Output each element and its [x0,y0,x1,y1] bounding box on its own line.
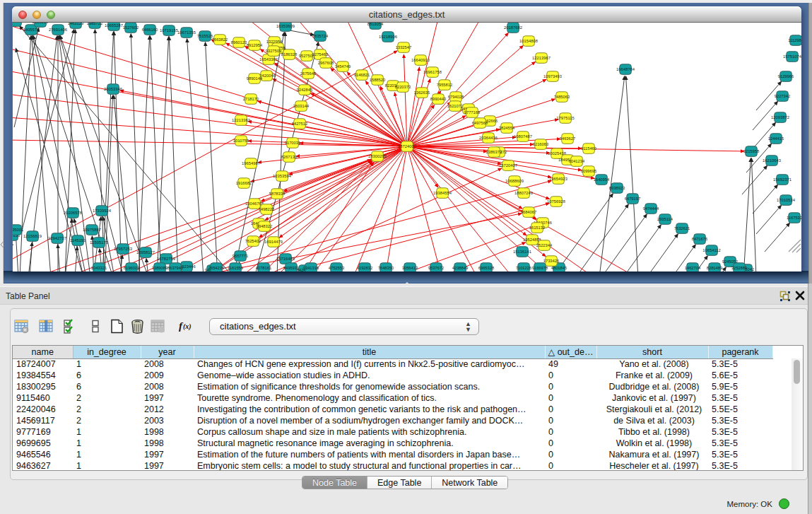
svg-text:1167533: 1167533 [787,216,801,220]
svg-text:3824554: 3824554 [499,126,515,130]
svg-text:9537672: 9537672 [428,266,445,270]
svg-text:9948322: 9948322 [257,224,273,228]
svg-text:16914479: 16914479 [264,240,283,244]
svg-text:1405571: 1405571 [13,23,23,23]
svg-text:8267130: 8267130 [281,155,298,159]
svg-text:4238849: 4238849 [452,266,469,270]
svg-text:6479197: 6479197 [625,197,641,201]
svg-text:7515526: 7515526 [197,34,213,38]
svg-text:8960123: 8960123 [231,40,247,45]
svg-text:1112984: 1112984 [788,38,801,42]
svg-text:10671355: 10671355 [177,30,196,35]
svg-text:18807249: 18807249 [514,191,533,195]
svg-text:16648784: 16648784 [616,67,635,71]
svg-text:9115460: 9115460 [581,146,596,151]
svg-text:18300295: 18300295 [368,154,387,158]
svg-text:10973493: 10973493 [543,74,562,78]
svg-text:20053346: 20053346 [104,87,122,91]
svg-text:9129966: 9129966 [778,74,794,78]
svg-text:12213967: 12213967 [532,56,551,60]
svg-text:(x): (x) [183,322,192,331]
svg-text:8427512: 8427512 [292,122,308,126]
svg-text:2603144: 2603144 [293,104,310,108]
svg-text:2718170: 2718170 [243,97,259,101]
svg-text:1462704: 1462704 [685,266,701,270]
svg-text:0341316: 0341316 [303,266,319,270]
svg-text:10719155: 10719155 [160,28,178,33]
svg-text:12353594: 12353594 [273,174,292,178]
svg-text:3389083: 3389083 [152,266,168,270]
svg-text:6794028: 6794028 [448,95,464,99]
svg-text:2522344: 2522344 [536,243,553,247]
svg-text:1161559: 1161559 [228,266,243,270]
svg-text:1405571: 1405571 [23,28,40,32]
svg-text:9227342: 9227342 [775,94,791,98]
svg-text:1985722: 1985722 [87,23,103,25]
svg-text:3215958: 3215958 [743,149,760,153]
svg-text:1043321: 1043321 [91,266,107,270]
svg-text:12093872: 12093872 [771,115,789,119]
svg-text:9275463: 9275463 [312,52,329,57]
svg-text:8637940: 8637940 [167,266,184,270]
svg-text:9684067: 9684067 [521,210,537,214]
svg-text:10756928: 10756928 [547,199,565,204]
svg-text:1588520: 1588520 [370,78,386,82]
svg-text:2186519: 2186519 [33,23,49,24]
svg-text:19654923: 19654923 [549,177,567,181]
svg-text:16210643: 16210643 [763,158,781,163]
svg-text:9474444: 9474444 [643,206,659,211]
svg-text:6041234: 6041234 [569,159,585,163]
svg-text:7955812: 7955812 [437,83,453,87]
svg-text:1244415: 1244415 [768,136,784,141]
svg-text:15136141: 15136141 [513,250,531,254]
svg-text:16961758: 16961758 [423,70,442,74]
svg-text:4078161: 4078161 [256,266,272,270]
svg-text:10807487: 10807487 [514,134,532,139]
svg-text:17339924: 17339924 [93,209,112,213]
svg-text:9146821: 9146821 [354,73,370,77]
svg-text:2967608: 2967608 [318,61,334,65]
svg-text:19384554: 19384554 [433,191,452,195]
svg-text:15751074: 15751074 [783,54,801,59]
svg-text:1362635: 1362635 [414,90,430,95]
svg-text:7625402: 7625402 [245,239,261,243]
svg-text:1463129: 1463129 [68,23,84,25]
svg-text:1640954: 1640954 [594,177,610,182]
svg-text:1010755: 1010755 [233,139,249,143]
svg-text:1332547: 1332547 [396,45,412,49]
svg-text:17010534: 17010534 [777,198,796,202]
svg-text:9890144: 9890144 [247,76,263,81]
svg-text:16543362: 16543362 [259,57,278,62]
svg-text:8912954: 8912954 [247,43,263,47]
svg-text:8220373: 8220373 [395,85,411,89]
svg-text:10154808: 10154808 [519,39,538,43]
svg-text:20364436: 20364436 [479,136,498,140]
svg-text:8938923: 8938923 [609,186,625,190]
svg-text:10688609: 10688609 [505,179,524,183]
svg-text:7663822: 7663822 [212,37,228,42]
svg-text:8186328: 8186328 [281,52,298,57]
svg-text:12942737: 12942737 [48,236,66,240]
svg-text:8990443: 8990443 [430,97,447,101]
svg-text:8495931: 8495931 [283,266,300,270]
svg-text:20187682: 20187682 [504,25,522,30]
svg-text:6466160: 6466160 [142,28,158,32]
svg-text:17957253: 17957253 [114,247,132,251]
svg-text:9657771: 9657771 [233,254,249,258]
svg-text:17975115: 17975115 [556,116,574,120]
svg-text:9170031: 9170031 [285,141,301,145]
svg-text:18724007: 18724007 [398,144,416,148]
svg-text:19654987: 19654987 [242,161,260,165]
svg-text:1527602: 1527602 [123,25,139,30]
svg-text:16782759: 16782759 [157,257,175,261]
svg-text:12156819: 12156819 [23,234,42,238]
svg-text:6965328: 6965328 [478,266,495,270]
svg-text:2654235: 2654235 [208,266,225,270]
svg-text:2675645: 2675645 [300,71,317,76]
svg-text:27691406: 27691406 [49,28,67,32]
svg-text:10655287: 10655287 [105,23,123,28]
svg-text:1733426: 1733426 [543,259,560,263]
svg-text:20206578: 20206578 [64,211,82,215]
svg-text:1145193: 1145193 [70,238,86,243]
svg-text:8196001: 8196001 [124,266,140,270]
